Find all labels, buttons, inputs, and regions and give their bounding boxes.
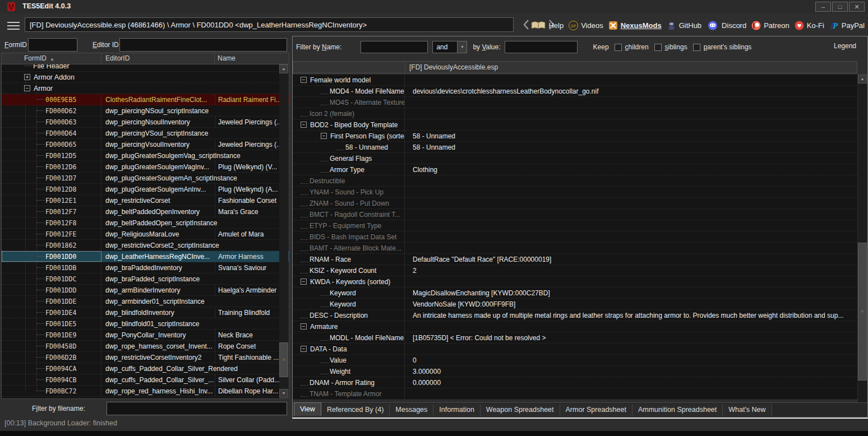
menu-icon[interactable] xyxy=(7,21,20,31)
tab-weapon-spreadsheet[interactable]: Weapon Spreadsheet xyxy=(481,404,560,416)
scrollbar-thumb[interactable]: = xyxy=(279,342,288,377)
table-row[interactable]: FD001DDDdwp_armBinderInventoryHaelga's A… xyxy=(2,285,289,296)
record-path-input[interactable] xyxy=(25,17,514,32)
keep-parents-siblings-option[interactable]: parent's siblings xyxy=(693,43,752,51)
siblings-checkbox[interactable] xyxy=(654,44,662,51)
filter-operator-dropdown[interactable]: and ▼ xyxy=(432,41,467,53)
plugin-column-header[interactable]: [FD] DeviouslyAccessible.esp xyxy=(405,62,857,73)
collapse-minus-icon[interactable]: − xyxy=(301,323,307,330)
table-row[interactable]: FD001DE5dwp_blindfold01_scriptInstance xyxy=(2,318,289,330)
scroll-up-icon[interactable]: ▲ xyxy=(858,75,867,84)
table-row[interactable]: FD001DE4dwp_blindfoldInventoryTraining B… xyxy=(2,307,289,318)
tab-information[interactable]: Information xyxy=(433,404,481,416)
detail-row[interactable]: DNAM - Armor Rating0.000000 xyxy=(293,377,857,388)
maximize-button[interactable]: □ xyxy=(832,2,848,12)
tab-ammunition-spreadsheet[interactable]: Ammunition Spreadsheet xyxy=(632,404,723,416)
table-row[interactable]: FD001DDCdwp_braPadded_scriptInstance xyxy=(2,273,289,285)
table-row[interactable]: 000E9EB5ClothesRadiantRaimentFineClot...… xyxy=(2,94,289,105)
minimize-button[interactable]: – xyxy=(815,2,831,12)
chevron-down-icon[interactable]: ▼ xyxy=(458,41,467,53)
detail-row[interactable]: Destructible xyxy=(293,175,857,187)
detail-row[interactable]: Icon 2 (female) xyxy=(293,108,857,119)
collapse-minus-icon[interactable]: − xyxy=(321,133,327,139)
keep-children-option[interactable]: children xyxy=(615,43,649,51)
children-checkbox[interactable] xyxy=(615,44,622,51)
detail-row[interactable]: MOD4 - Model FileNamedevious\devices\cro… xyxy=(293,86,857,97)
detail-row[interactable]: MODL - Model FileName...[1B05735D] < Err… xyxy=(293,332,857,344)
detail-row[interactable]: MO4S - Alternate Textures xyxy=(293,97,857,108)
patreon-link[interactable]: Patreon xyxy=(751,21,789,30)
column-header-editorid[interactable]: EditorID xyxy=(101,53,215,64)
detail-row[interactable]: Value0 xyxy=(293,355,857,366)
detail-row[interactable]: KSIZ - Keyword Count2 xyxy=(293,265,857,276)
detail-row[interactable]: DESC - DescriptionAn intricate harness m… xyxy=(293,310,857,321)
close-button[interactable]: ✕ xyxy=(849,2,865,12)
detail-row[interactable]: −Armature xyxy=(293,321,857,332)
filename-filter-input[interactable] xyxy=(107,402,287,415)
detail-row[interactable]: BMCT - Ragdoll Constraint T... xyxy=(293,209,857,220)
help-link[interactable]: Help xyxy=(531,21,564,30)
tree-group-row[interactable]: +Armor Addon xyxy=(2,72,289,83)
detail-row[interactable]: −First Person Flags (sorted)58 - Unnamed xyxy=(293,131,857,142)
left-scrollbar[interactable]: ▲ = ▼ xyxy=(279,64,288,398)
formid-filter-input[interactable] xyxy=(28,38,77,52)
discord-link[interactable]: Discord xyxy=(707,21,746,30)
detail-row[interactable]: General Flags xyxy=(293,153,857,164)
detail-row[interactable]: BIDS - Bash Impact Data Set xyxy=(293,231,857,243)
detail-row[interactable]: KeywordVendorNoSale [KYWD:000FF9FB] xyxy=(293,299,857,310)
table-row[interactable]: FD000D65dwp_piercingVsoulInventoryJewele… xyxy=(2,139,289,150)
detail-row[interactable]: ZNAM - Sound - Put Down xyxy=(293,198,857,209)
tab-view[interactable]: View xyxy=(294,402,321,416)
collapse-minus-icon[interactable]: − xyxy=(301,279,307,285)
table-row[interactable]: FD0094CAdwp_cuffs_Padded_Collar_Silver_R… xyxy=(2,363,289,374)
detail-row[interactable]: −KWDA - Keywords (sorted) xyxy=(293,276,857,287)
collapse-minus-icon[interactable]: − xyxy=(301,346,307,352)
table-row[interactable]: FD0012D8dwp_plugGreaterSoulgemAnInv...Pl… xyxy=(2,184,289,195)
table-row[interactable]: FD0012D7dwp_plugGreaterSoulgemAn_scriptI… xyxy=(2,173,289,184)
table-row[interactable]: FD00458Ddwp_rope_harness_corset_Invent..… xyxy=(2,341,289,352)
table-row[interactable]: FD001862dwp_restrictiveCorset2_scriptIns… xyxy=(2,240,289,251)
detail-row[interactable]: TNAM - Template Armor xyxy=(293,388,857,400)
column-header-formid[interactable]: FormID▲ xyxy=(2,53,101,64)
detail-row[interactable]: KeywordMagicDisallowEnchanting [KYWD:000… xyxy=(293,287,857,299)
table-row[interactable]: FD0094CBdwp_cuffs_Padded_Collar_Silver_.… xyxy=(2,374,289,386)
videos-link[interactable]: GP Videos xyxy=(569,21,603,30)
detail-row[interactable]: −BOD2 - Biped Body Template xyxy=(293,119,857,131)
detail-row[interactable]: −DATA - Data xyxy=(293,344,857,355)
table-row[interactable]: FD000D64dwp_piercingVSoul_scriptInstance xyxy=(2,128,289,139)
table-row[interactable]: FD0012F8dwp_beltPaddedOpen_scriptInstanc… xyxy=(2,217,289,229)
table-row[interactable]: FD00BC72dwp_rope_red_harness_Hishi_Inv..… xyxy=(2,386,289,397)
kofi-link[interactable]: Ko-Fi xyxy=(795,21,824,30)
editorid-filter-input[interactable] xyxy=(119,38,287,52)
scroll-down-icon[interactable]: ▼ xyxy=(279,389,288,398)
scrollbar-thumb[interactable]: = xyxy=(858,243,867,381)
tab-armor-spreadsheet[interactable]: Armor Spreadsheet xyxy=(560,404,632,416)
tab-what-s-new[interactable]: What's New xyxy=(723,404,772,416)
scroll-up-icon[interactable]: ▲ xyxy=(279,64,288,73)
detail-row[interactable]: Weight3.000000 xyxy=(293,366,857,377)
table-row[interactable]: FD001DDEdwp_armbinder01_scriptInstance xyxy=(2,296,289,307)
filter-value-input[interactable] xyxy=(505,41,578,53)
collapse-minus-icon[interactable]: − xyxy=(301,77,307,83)
tree-group-row[interactable]: File Header xyxy=(2,64,289,72)
collapse-minus-icon[interactable]: − xyxy=(24,85,30,91)
table-row[interactable]: FD000D62dwp_piercingNSoul_scriptInstance xyxy=(2,105,289,117)
table-row[interactable]: FD0012FEdwp_ReligiousMaraLoveAmulet of M… xyxy=(2,229,289,240)
detail-row[interactable]: Armor TypeClothing xyxy=(293,164,857,175)
nexusmods-link[interactable]: NexusMods xyxy=(608,21,662,30)
table-row[interactable]: FD0012F7dwp_beltPaddedOpenInventoryMara'… xyxy=(2,206,289,217)
detail-row[interactable]: ETYP - Equipment Type xyxy=(293,220,857,231)
detail-row[interactable]: BAMT - Alternate Block Mate... xyxy=(293,243,857,254)
table-row[interactable]: FD006D2Bdwp_restrictiveCorsetInventory2T… xyxy=(2,352,289,363)
legend-button[interactable]: Legend xyxy=(834,42,856,50)
table-row[interactable]: FD000D63dwp_piercingNsoulInventoryJewele… xyxy=(2,117,289,128)
keep-siblings-option[interactable]: siblings xyxy=(654,43,687,51)
table-row[interactable]: FD0012E1dwp_restrictiveCorsetFashionable… xyxy=(2,195,289,206)
table-row[interactable]: FD001DE9dwp_PonyCollar_InventoryNeck Bra… xyxy=(2,330,289,341)
parents-siblings-checkbox[interactable] xyxy=(693,44,700,51)
column-header-name[interactable]: Name xyxy=(215,53,289,64)
filter-name-input[interactable] xyxy=(361,41,428,53)
expand-plus-icon[interactable]: + xyxy=(24,74,30,80)
detail-row[interactable]: YNAM - Sound - Pick Up xyxy=(293,187,857,198)
detail-row[interactable]: −Female world model xyxy=(293,75,857,86)
